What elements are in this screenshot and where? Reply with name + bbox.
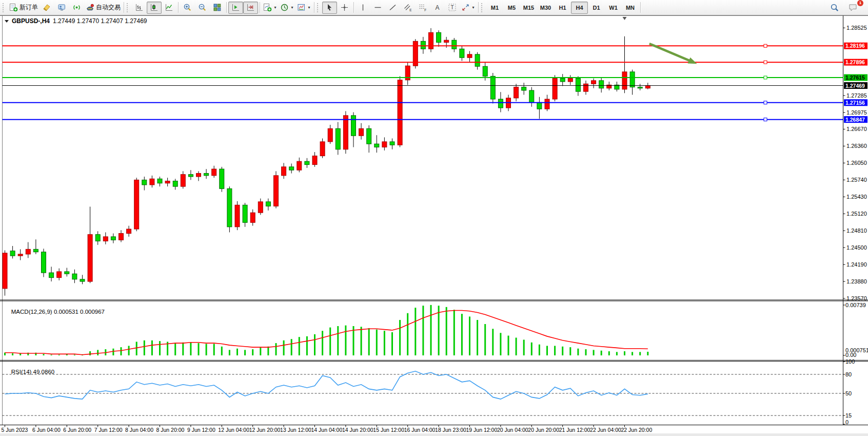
- candle: [490, 76, 495, 99]
- macd-histogram-bar: [368, 328, 370, 355]
- autotrade-label: 自动交易: [96, 3, 121, 12]
- tf-w1-button[interactable]: W1: [605, 2, 622, 14]
- candle: [452, 40, 457, 49]
- line-drag-handle[interactable]: [764, 118, 767, 121]
- macd-histogram-bar: [484, 324, 486, 355]
- candle: [576, 79, 580, 92]
- arrows-dropdown-icon[interactable]: [471, 5, 475, 10]
- tile-windows-button[interactable]: [210, 2, 225, 14]
- candle: [560, 79, 565, 82]
- tf-mn-button[interactable]: MN: [622, 2, 639, 14]
- new-order-button[interactable]: 新订单: [8, 2, 40, 14]
- marketwatch-icon: [57, 3, 66, 12]
- chart-shift-marker[interactable]: [623, 17, 627, 20]
- cursor-button[interactable]: [322, 2, 337, 14]
- chart-shift-button[interactable]: [243, 2, 258, 14]
- toolbar-grip[interactable]: [3, 3, 6, 12]
- candlestick-button[interactable]: [147, 2, 162, 14]
- candle: [328, 128, 332, 142]
- line-price-tag-label: 1.28196: [845, 43, 865, 49]
- arrow-annotation-head[interactable]: [687, 58, 697, 64]
- candle: [498, 99, 503, 108]
- marketwatch-button[interactable]: [54, 2, 69, 14]
- candle: [522, 87, 526, 90]
- periods-button[interactable]: [279, 2, 295, 14]
- crosshair-button[interactable]: [337, 2, 352, 14]
- macd-histogram-bar: [244, 350, 246, 355]
- svg-text:E: E: [409, 8, 412, 12]
- tf-m1-button[interactable]: M1: [486, 2, 503, 14]
- arrows-button[interactable]: [460, 2, 477, 14]
- zoom-out-button[interactable]: [195, 2, 210, 14]
- zoom-in-button[interactable]: [180, 2, 195, 14]
- candle: [196, 174, 201, 177]
- vertical-line-button[interactable]: [356, 2, 370, 14]
- horizontal-line-icon: [373, 3, 382, 12]
- toolbar: 新订单 自动交易: [0, 0, 868, 15]
- search-button[interactable]: [827, 2, 842, 14]
- indicators-dropdown-icon[interactable]: [273, 5, 277, 10]
- macd-histogram-bar: [415, 308, 416, 355]
- macd-histogram-bar: [159, 341, 161, 355]
- line-drag-handle[interactable]: [764, 101, 767, 104]
- macd-histogram-bar: [569, 347, 571, 355]
- macd-histogram-bar: [500, 333, 501, 355]
- trendline-button[interactable]: [385, 2, 400, 14]
- candle: [390, 142, 394, 145]
- candle: [243, 205, 247, 222]
- candle: [529, 90, 534, 102]
- bar-chart-button[interactable]: [132, 2, 147, 14]
- line-drag-handle[interactable]: [764, 44, 767, 47]
- notifications-button[interactable]: 1: [846, 2, 861, 14]
- candle: [95, 235, 100, 241]
- search-icon: [830, 3, 839, 12]
- periods-dropdown-icon[interactable]: [290, 5, 294, 10]
- price-chart[interactable]: 1.285251.272851.269751.266701.263601.260…: [0, 0, 868, 436]
- macd-histogram-bar: [174, 343, 176, 355]
- autotrade-button[interactable]: 自动交易: [84, 2, 122, 14]
- candle: [630, 72, 635, 87]
- autoscroll-button[interactable]: [228, 2, 243, 14]
- toolbar-grip[interactable]: [481, 3, 484, 12]
- tf-m5-button[interactable]: M5: [503, 2, 520, 14]
- line-drag-handle[interactable]: [764, 61, 767, 64]
- line-chart-button[interactable]: [162, 2, 176, 14]
- macd-histogram-bar: [461, 314, 463, 355]
- time-axis-label: 22 Jun 20:00: [621, 427, 653, 433]
- metaeditor-button[interactable]: [40, 2, 54, 14]
- text-label-button[interactable]: T: [445, 2, 460, 14]
- indicators-button[interactable]: [262, 2, 279, 14]
- candle: [119, 234, 124, 240]
- line-drag-handle[interactable]: [764, 76, 767, 79]
- tf-m15-button[interactable]: M15: [520, 2, 537, 14]
- rsi-line: [5, 371, 648, 399]
- chart-menu-icon[interactable]: [5, 20, 9, 23]
- crosshair-icon: [340, 3, 349, 12]
- time-axis-label: 20 Jun 04:00: [497, 427, 528, 433]
- rsi-axis-label: 80: [845, 371, 852, 377]
- toolbar-grip[interactable]: [127, 3, 130, 12]
- channel-button[interactable]: E: [400, 2, 415, 14]
- vertical-line-icon: [359, 3, 367, 12]
- tf-d1-button[interactable]: D1: [588, 2, 605, 14]
- signals-icon: [72, 3, 81, 12]
- chart-title: GBPUSD-,H4 1.27449 1.27470 1.27407 1.274…: [5, 17, 147, 25]
- fibonacci-button[interactable]: F: [415, 2, 430, 14]
- candle: [134, 180, 139, 229]
- tf-h1-button[interactable]: H1: [554, 2, 571, 14]
- tf-h4-button[interactable]: H4: [571, 2, 588, 14]
- time-axis-label: 14 Jun 20:00: [342, 427, 373, 433]
- zoom-in-icon: [183, 3, 192, 12]
- horizontal-line-button[interactable]: [370, 2, 385, 14]
- templates-button[interactable]: [295, 2, 312, 14]
- rsi-axis-label: 0: [845, 419, 849, 425]
- signals-button[interactable]: [69, 2, 84, 14]
- text-label-icon: T: [448, 3, 457, 12]
- templates-dropdown-icon[interactable]: [307, 5, 311, 10]
- toolbar-grip[interactable]: [317, 3, 320, 12]
- macd-histogram-bar: [12, 353, 13, 355]
- text-button[interactable]: A: [430, 2, 445, 14]
- candle: [429, 32, 433, 49]
- candle: [173, 181, 177, 186]
- tf-m30-button[interactable]: M30: [537, 2, 554, 14]
